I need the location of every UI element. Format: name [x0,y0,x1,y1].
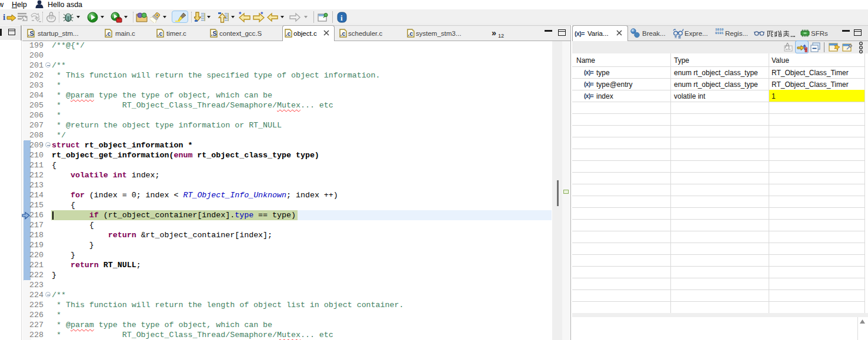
svg-text:i: i [340,14,343,22]
svg-text:.c: .c [286,30,291,37]
svg-text:.S: .S [211,30,217,37]
svg-text:*: * [261,12,263,18]
svg-text:*: * [239,12,242,18]
svg-text:.c: .c [106,30,111,37]
svg-text:.S: .S [28,30,34,37]
svg-text:i: i [3,12,5,22]
svg-text:.c: .c [408,30,413,37]
svg-text:.c: .c [340,30,346,37]
svg-text:.c: .c [158,30,163,37]
